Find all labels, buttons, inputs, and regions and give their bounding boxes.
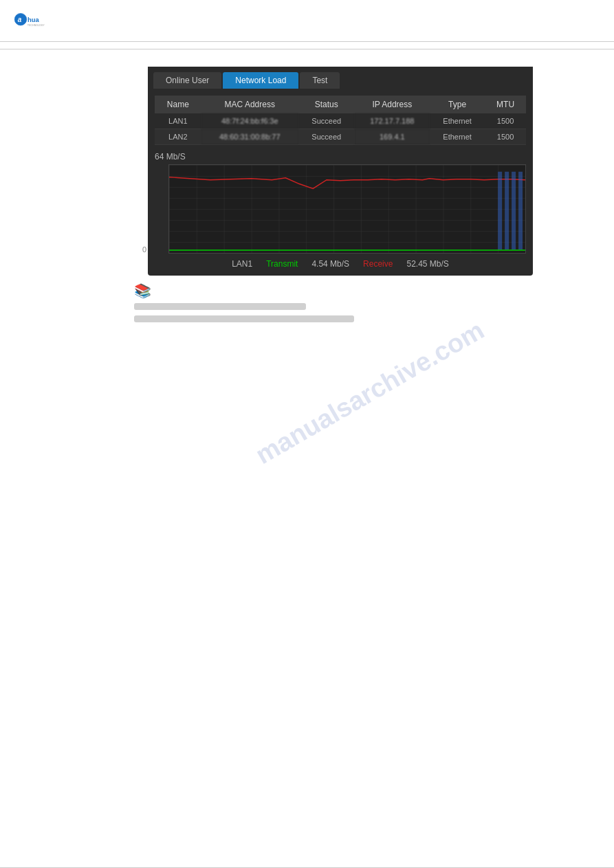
legend-receive-label: Receive — [363, 259, 393, 269]
cell-type-2: Ethernet — [430, 129, 485, 145]
cell-mac-1: 48:7f:24:bb:f6:3e — [201, 113, 298, 129]
col-mtu: MTU — [485, 96, 526, 113]
cell-ip-1: 172.17.7.188 — [355, 113, 430, 129]
note-section: 📚 — [134, 282, 600, 322]
header-separator — [0, 49, 614, 49]
table-row: LAN1 48:7f:24:bb:f6:3e Succeed 172.17.7.… — [155, 113, 526, 129]
graph-area: 64 Mb/S 0 — [148, 152, 533, 276]
col-status: Status — [298, 96, 355, 113]
logo: a hua TECHNOLOGY — [14, 7, 48, 34]
svg-text:hua: hua — [28, 16, 39, 23]
cell-status-1: Succeed — [298, 113, 355, 129]
graph-legend: LAN1 Transmit 4.54 Mb/S Receive 52.45 Mb… — [155, 259, 526, 269]
note-icon: 📚 — [134, 282, 600, 299]
network-table: Name MAC Address Status IP Address Type … — [155, 96, 526, 145]
svg-text:TECHNOLOGY: TECHNOLOGY — [28, 24, 45, 27]
table-area: Name MAC Address Status IP Address Type … — [148, 89, 533, 152]
col-name: Name — [155, 96, 201, 113]
main-content: Online User Network Load Test Name MAC A… — [0, 60, 614, 335]
watermark: manualsarchive.com — [250, 315, 489, 470]
legend-receive-value: 52.45 Mb/S — [406, 259, 448, 269]
header: a hua TECHNOLOGY — [0, 0, 614, 42]
dahua-logo-icon: a hua TECHNOLOGY — [14, 7, 48, 34]
cell-status-2: Succeed — [298, 129, 355, 145]
tab-online-user[interactable]: Online User — [153, 72, 221, 89]
legend-lan: LAN1 — [232, 259, 252, 269]
graph-zero-label: 0 — [142, 245, 146, 254]
cell-mtu-2: 1500 — [485, 129, 526, 145]
svg-rect-5 — [169, 165, 525, 253]
tab-network-load[interactable]: Network Load — [223, 72, 298, 89]
dark-panel: Online User Network Load Test Name MAC A… — [148, 67, 533, 276]
svg-rect-8 — [512, 172, 516, 249]
col-mac: MAC Address — [201, 96, 298, 113]
svg-rect-9 — [518, 172, 523, 249]
graph-wrapper: 0 — [155, 164, 526, 254]
cell-mtu-1: 1500 — [485, 113, 526, 129]
col-ip: IP Address — [355, 96, 430, 113]
cell-type-1: Ethernet — [430, 113, 485, 129]
graph-y-label: 64 Mb/S — [155, 152, 526, 162]
note-line-2 — [134, 315, 354, 322]
note-line-1 — [134, 303, 306, 310]
tab-bar: Online User Network Load Test — [148, 67, 533, 89]
cell-mac-2: 48:60:31:00:8b:77 — [201, 129, 298, 145]
table-row: LAN2 48:60:31:00:8b:77 Succeed 169.4.1 E… — [155, 129, 526, 145]
svg-text:a: a — [18, 16, 22, 23]
cell-ip-2: 169.4.1 — [355, 129, 430, 145]
svg-rect-6 — [498, 172, 502, 249]
table-header-row: Name MAC Address Status IP Address Type … — [155, 96, 526, 113]
graph-svg — [169, 165, 525, 253]
legend-transmit-value: 4.54 Mb/S — [311, 259, 349, 269]
svg-rect-7 — [505, 172, 509, 249]
col-type: Type — [430, 96, 485, 113]
cell-name-2: LAN2 — [155, 129, 201, 145]
graph-container — [168, 164, 526, 254]
cell-name-1: LAN1 — [155, 113, 201, 129]
tab-test[interactable]: Test — [300, 72, 340, 89]
legend-transmit-label: Transmit — [266, 259, 298, 269]
